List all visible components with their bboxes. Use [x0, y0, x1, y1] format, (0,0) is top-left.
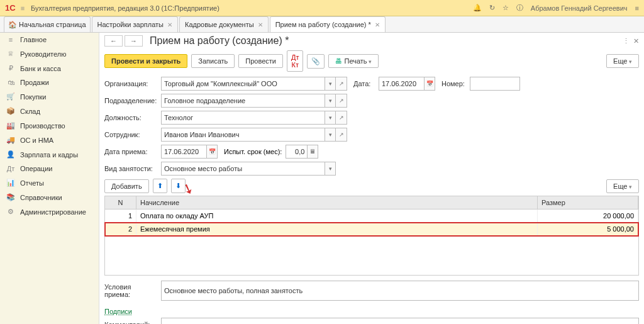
dropdown-icon[interactable]: ▾ — [325, 94, 336, 108]
logo-1c: 1С — [5, 3, 16, 13]
chart-icon: 📊 — [6, 179, 15, 187]
app-title: Бухгалтерия предприятия, редакция 3.0 (1… — [31, 4, 473, 12]
tab-home[interactable]: 🏠 Начальная страница — [4, 16, 91, 32]
sidebar-item-warehouse[interactable]: 📦Склад — [0, 104, 99, 118]
emp-type-input[interactable] — [161, 162, 325, 176]
user-name[interactable]: Абрамов Геннадий Сергеевич — [531, 4, 628, 12]
star-icon[interactable]: ☆ — [502, 4, 509, 12]
more-button[interactable]: Еще — [606, 54, 639, 68]
label-dept: Подразделение: — [104, 97, 161, 104]
attach-button[interactable]: 📎 — [307, 54, 325, 69]
help-icon[interactable]: ⓘ — [516, 3, 523, 13]
label-number: Номер: — [441, 80, 470, 87]
box-icon: 📦 — [6, 107, 15, 115]
sidebar-item-bank[interactable]: ₽Банк и касса — [0, 61, 99, 75]
bag-icon: 🛍 — [6, 79, 15, 86]
trial-input[interactable] — [286, 145, 307, 159]
hire-date-input[interactable] — [161, 145, 206, 159]
date-input[interactable] — [379, 77, 424, 91]
table-row[interactable]: 2 Ежемесячная премия 5 000,00 — [105, 223, 638, 236]
main-menu-icon[interactable]: ≡ — [21, 4, 25, 12]
tab-salary-settings[interactable]: Настройки зарплаты✕ — [92, 16, 178, 32]
label-comment: Комментарий: — [104, 321, 161, 324]
calc-icon[interactable]: 🖩 — [307, 145, 318, 159]
close-icon[interactable]: ✕ — [375, 21, 380, 28]
label-trial: Испыт. срок (мес): — [224, 148, 282, 155]
accruals-table: N Начисление Размер 1 Оплата по окладу А… — [104, 196, 639, 276]
col-size[interactable]: Размер — [538, 196, 638, 209]
sidebar-item-assets[interactable]: 🚚ОС и НМА — [0, 133, 99, 147]
sidebar-item-operations[interactable]: ДтОперации — [0, 162, 99, 176]
dropdown-icon[interactable]: ▾ — [325, 77, 336, 91]
cart-icon: 🛒 — [6, 92, 15, 101]
open-icon[interactable]: ↗ — [336, 77, 347, 91]
col-n[interactable]: N — [105, 196, 136, 209]
sidebar-item-manager[interactable]: ♕Руководителю — [0, 47, 99, 61]
sidebar-item-main[interactable]: ≡Главное — [0, 33, 99, 47]
nav-back-button[interactable]: ← — [104, 35, 123, 47]
calendar-icon[interactable]: 📅 — [424, 77, 435, 91]
sidebar-item-sales[interactable]: 🛍Продажи — [0, 75, 99, 89]
label-hire-date: Дата приема: — [104, 148, 161, 155]
post-button[interactable]: Провести — [238, 54, 283, 68]
calendar-icon[interactable]: 📅 — [206, 145, 218, 159]
bell-icon[interactable]: 🔔 — [473, 4, 482, 12]
tab-hr-docs[interactable]: Кадровые документы✕ — [179, 16, 269, 32]
employee-input[interactable] — [161, 128, 325, 142]
factory-icon: 🏭 — [6, 121, 15, 130]
dropdown-icon[interactable]: ▾ — [325, 128, 336, 142]
more-menu-icon[interactable]: ⋮ — [623, 37, 630, 45]
home-icon: 🏠 — [8, 21, 17, 29]
sidebar-item-refs[interactable]: 📚Справочники — [0, 190, 99, 204]
truck-icon: 🚚 — [6, 136, 15, 144]
ruble-icon: ₽ — [6, 64, 15, 72]
label-conditions: Условия приема: — [104, 283, 161, 298]
org-input[interactable] — [161, 77, 325, 91]
label-org: Организация: — [104, 80, 161, 87]
dept-input[interactable] — [161, 94, 325, 108]
move-down-button[interactable]: ⬇ — [171, 179, 186, 193]
sidebar-item-hr[interactable]: 👤Зарплата и кадры — [0, 147, 99, 162]
sidebar-item-admin[interactable]: ⚙Администрирование — [0, 204, 99, 219]
person-icon: 👤 — [6, 150, 15, 159]
close-doc-icon[interactable]: ✕ — [633, 37, 639, 45]
nav-forward-button[interactable]: → — [125, 35, 143, 47]
write-button[interactable]: Записать — [191, 54, 235, 68]
conditions-input[interactable] — [161, 281, 639, 301]
history-icon[interactable]: ↻ — [489, 4, 495, 12]
table-row[interactable]: 1 Оплата по окладу АУП 20 000,00 — [105, 209, 638, 223]
books-icon: 📚 — [6, 193, 15, 201]
col-name[interactable]: Начисление — [136, 196, 538, 209]
label-pos: Должность: — [104, 114, 161, 121]
close-icon[interactable]: ✕ — [258, 21, 263, 28]
sidebar-item-purchases[interactable]: 🛒Покупки — [0, 89, 99, 104]
dtkt-button[interactable]: ДтКт — [287, 50, 304, 72]
move-up-button[interactable]: ⬆ — [153, 179, 167, 193]
dropdown-icon[interactable]: ▾ — [325, 111, 336, 125]
label-emp: Сотрудник: — [104, 131, 161, 138]
gear-icon: ⚙ — [6, 208, 15, 216]
label-emp-type: Вид занятости: — [104, 165, 161, 172]
open-icon[interactable]: ↗ — [336, 128, 347, 142]
signatures-link[interactable]: Подписи — [104, 304, 132, 318]
dk-icon: Дт — [6, 165, 15, 172]
dropdown-icon[interactable]: ▾ — [325, 162, 336, 176]
post-and-close-button[interactable]: Провести и закрыть — [104, 54, 187, 68]
sidebar-item-reports[interactable]: 📊Отчеты — [0, 176, 99, 190]
print-button[interactable]: 🖶 Печать — [328, 54, 379, 68]
comment-input[interactable] — [161, 318, 639, 324]
tab-hire-new[interactable]: Прием на работу (создание) *✕ — [270, 16, 386, 32]
number-input[interactable] — [470, 77, 520, 91]
sidebar: ≡Главное ♕Руководителю ₽Банк и касса 🛍Пр… — [0, 33, 99, 324]
open-icon[interactable]: ↗ — [336, 111, 347, 125]
label-date: Дата: — [353, 80, 379, 87]
user-menu-icon[interactable]: ≡ — [635, 4, 639, 12]
menu-icon: ≡ — [6, 36, 15, 43]
table-more-button[interactable]: Еще — [606, 179, 639, 193]
sidebar-item-production[interactable]: 🏭Производство — [0, 118, 99, 133]
document-title: Прием на работу (создание) * — [150, 35, 619, 47]
open-icon[interactable]: ↗ — [336, 94, 347, 108]
close-icon[interactable]: ✕ — [167, 21, 172, 28]
position-input[interactable] — [161, 111, 325, 125]
add-row-button[interactable]: Добавить — [104, 179, 149, 193]
